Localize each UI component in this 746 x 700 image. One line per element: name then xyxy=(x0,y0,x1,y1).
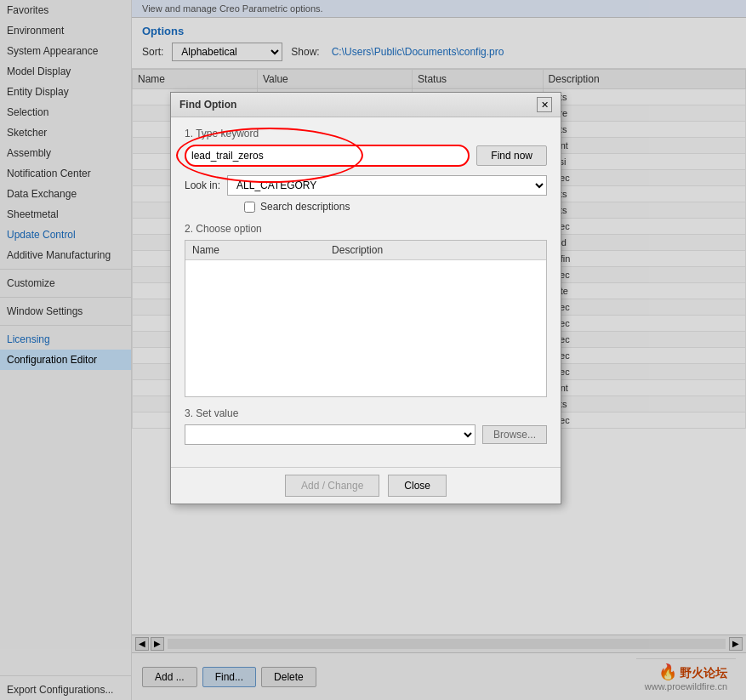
modal-titlebar: Find Option ✕ xyxy=(171,93,561,117)
results-col-description: Description xyxy=(325,241,546,260)
step2-label: 2. Choose option xyxy=(185,223,547,235)
results-col-name: Name xyxy=(185,241,325,260)
modal-overlay: Find Option ✕ 1. Type keyword Find now L… xyxy=(0,0,746,700)
find-now-button[interactable]: Find now xyxy=(476,145,547,166)
step1-label: 1. Type keyword xyxy=(185,128,547,139)
close-modal-button[interactable]: Close xyxy=(388,475,447,497)
results-table-container[interactable]: Name Description xyxy=(185,240,547,397)
keyword-input[interactable] xyxy=(185,145,470,167)
modal-title: Find Option xyxy=(179,99,236,111)
results-table: Name Description xyxy=(185,241,546,260)
search-desc-checkbox[interactable] xyxy=(244,202,255,213)
step3-label: 3. Set value xyxy=(185,407,547,419)
find-option-dialog: Find Option ✕ 1. Type keyword Find now L… xyxy=(170,92,561,504)
lookin-row: Look in: ALL_CATEGORY xyxy=(185,175,547,196)
lookin-select[interactable]: ALL_CATEGORY xyxy=(227,175,547,196)
search-desc-row: Search descriptions xyxy=(185,201,547,213)
search-desc-label: Search descriptions xyxy=(260,201,350,213)
add-change-button[interactable]: Add / Change xyxy=(285,475,379,497)
lookin-label: Look in: xyxy=(185,179,220,191)
browse-button[interactable]: Browse... xyxy=(482,425,547,444)
modal-footer: Add / Change Close xyxy=(171,467,561,504)
keyword-input-row: Find now xyxy=(185,145,547,167)
modal-close-x-button[interactable]: ✕ xyxy=(537,97,552,112)
set-value-select[interactable] xyxy=(185,424,476,445)
set-value-row: Browse... xyxy=(185,424,547,445)
modal-body: 1. Type keyword Find now Look in: ALL_CA… xyxy=(171,117,561,467)
